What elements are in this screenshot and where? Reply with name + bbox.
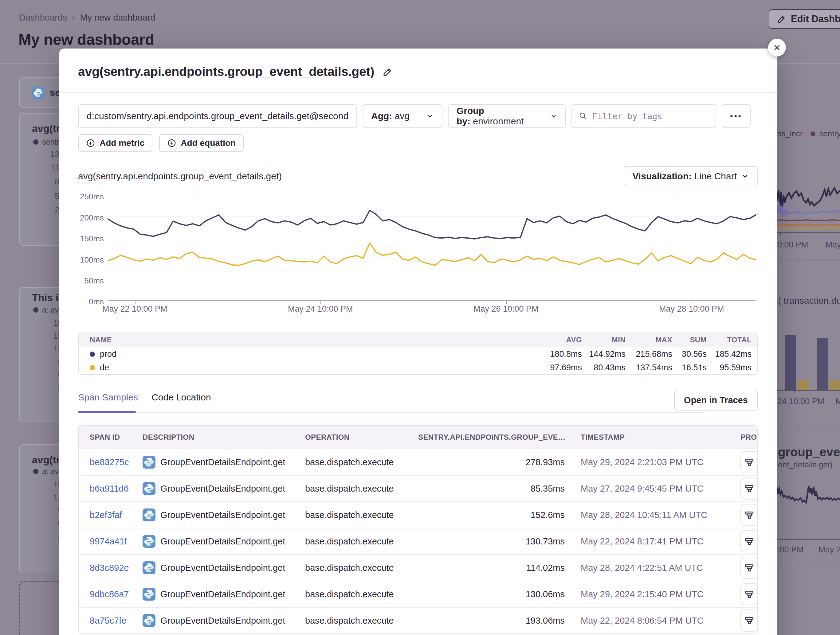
span-timestamp: May 29, 2024 2:15:40 PM UTC <box>581 589 741 599</box>
python-icon <box>142 482 155 495</box>
profiling-flamegraph-icon <box>744 483 755 494</box>
right-widget-legend: ss_incr sentry.t <box>777 129 840 139</box>
right-widget-xaxis-2: 24 10:00 PMMay <box>777 397 840 406</box>
samples-header-row: SPAN ID DESCRIPTION OPERATION SENTRY.API… <box>79 426 757 449</box>
span-operation: base.dispatch.execute <box>305 457 418 467</box>
profile-button[interactable] <box>741 610 758 632</box>
breadcrumb-dashboards[interactable]: Dashboards <box>19 13 67 23</box>
edit-title-icon[interactable] <box>382 66 393 77</box>
profiling-flamegraph-icon <box>744 563 755 573</box>
chevron-down-icon <box>741 172 749 180</box>
table-row: 9974a41f GroupEventDetailsEndpoint.get b… <box>79 528 757 554</box>
chevron-down-icon <box>426 112 434 120</box>
add-metric-button[interactable]: Add metric <box>78 134 152 152</box>
series-summary-table: NAME AVG MIN MAX SUM TOTAL prod 180.8ms … <box>78 332 758 375</box>
span-id-link[interactable]: b2ef3faf <box>90 510 142 520</box>
python-icon <box>142 456 155 469</box>
span-duration: 114.02ms <box>418 563 581 573</box>
span-id-link[interactable]: b6a911d6 <box>90 484 142 494</box>
filter-by-tags-input[interactable]: Filter by tags <box>572 104 716 128</box>
close-icon <box>773 44 781 52</box>
overflow-menu-button[interactable]: ••• <box>722 104 751 128</box>
profile-button[interactable] <box>741 477 758 499</box>
group-by-dropdown[interactable]: Group by: environment <box>448 104 566 128</box>
summary-row-de[interactable]: de 97.69ms 80.43ms 137.54ms 16.51s 95.59… <box>79 361 757 374</box>
span-description: GroupEventDetailsEndpoint.get <box>160 510 285 520</box>
summary-header-row: NAME AVG MIN MAX SUM TOTAL <box>79 333 757 347</box>
search-icon <box>579 112 587 120</box>
profile-button[interactable] <box>741 583 758 605</box>
series-dot <box>810 131 815 136</box>
profiling-flamegraph-icon <box>744 589 755 599</box>
metric-line-chart: 250ms 200ms 150ms 100ms 50ms 0ms May 22 … <box>78 195 758 318</box>
span-duration: 193.06ms <box>418 616 581 626</box>
metric-details-modal: avg(sentry.api.endpoints.group_event_det… <box>59 49 777 635</box>
open-in-traces-button[interactable]: Open in Traces <box>674 390 758 411</box>
plot-area[interactable]: May 22 10:00 PM May 24 10:00 PM May 26 1… <box>107 195 756 301</box>
profile-button[interactable] <box>741 530 758 552</box>
span-id-link[interactable]: 8a75c7fe <box>90 616 142 626</box>
multi-line-chart-fragment <box>777 184 840 235</box>
span-description: GroupEventDetailsEndpoint.get <box>160 589 285 599</box>
active-tab-underline <box>78 411 136 413</box>
right-widget-xaxis-1: 0:00 PMMay 26 <box>777 240 840 250</box>
span-description: GroupEventDetailsEndpoint.get <box>160 536 285 547</box>
metric-query-input[interactable]: d:custom/sentry.api.endpoints.group_even… <box>78 104 357 128</box>
plus-circle-icon <box>86 139 95 148</box>
right-widget-legend-3: ent_details.get) <box>778 460 833 470</box>
profile-button[interactable] <box>741 557 758 579</box>
profile-button[interactable] <box>741 504 758 526</box>
table-row: b6a911d6 GroupEventDetailsEndpoint.get b… <box>79 475 757 501</box>
breadcrumb-current: My new dashboard <box>80 13 155 23</box>
table-row: 8a75c7fe GroupEventDetailsEndpoint.get b… <box>79 607 757 633</box>
summary-row-prod[interactable]: prod 180.8ms 144.92ms 215.68ms 30.56s 18… <box>79 347 757 361</box>
modal-divider <box>59 93 777 93</box>
right-widget-label-2: ( transaction.duratio <box>778 295 840 306</box>
span-id-link[interactable]: 9974a41f <box>90 536 142 547</box>
span-samples-table: SPAN ID DESCRIPTION OPERATION SENTRY.API… <box>78 425 758 634</box>
add-equation-button[interactable]: Add equation <box>159 134 244 152</box>
table-row: 9dbc86a7 GroupEventDetailsEndpoint.get b… <box>79 581 757 607</box>
tab-span-samples[interactable]: Span Samples <box>78 392 138 410</box>
span-duration: 278.93ms <box>418 457 581 467</box>
series-dot <box>90 365 95 370</box>
span-description: GroupEventDetailsEndpoint.get <box>160 457 285 467</box>
visualization-dropdown[interactable]: Visualization: Line Chart <box>624 166 758 186</box>
agg-dropdown[interactable]: Agg: avg <box>363 104 442 128</box>
right-widget-xaxis-3: :00 PMMay 26 1 <box>777 545 840 555</box>
page-title: My new dashboard <box>19 31 154 49</box>
span-timestamp: May 22, 2024 8:17:41 PM UTC <box>581 536 741 547</box>
series-dot <box>33 139 38 145</box>
right-widgets-strip: ss_incr sentry.t 0:00 PMMay 26 ( transac… <box>777 0 840 635</box>
span-duration: 130.73ms <box>418 536 581 547</box>
breadcrumb-separator-icon: › <box>72 12 75 23</box>
table-row: be83275c GroupEventDetailsEndpoint.get b… <box>79 449 757 475</box>
python-icon <box>142 588 155 600</box>
span-timestamp: May 28, 2024 4:22:51 AM UTC <box>581 563 741 573</box>
tab-code-location[interactable]: Code Location <box>152 392 211 410</box>
span-id-link[interactable]: 9dbc86a7 <box>90 589 142 599</box>
span-operation: base.dispatch.execute <box>305 510 418 520</box>
series-dot <box>33 307 38 313</box>
breadcrumb: Dashboards › My new dashboard <box>19 12 155 23</box>
profiling-flamegraph-icon <box>744 510 755 520</box>
python-icon <box>142 509 155 522</box>
span-operation: base.dispatch.execute <box>305 616 418 626</box>
span-duration: 85.35ms <box>418 484 581 494</box>
span-duration: 130.06ms <box>418 589 581 599</box>
span-id-link[interactable]: 8d3c892e <box>90 563 142 573</box>
span-operation: base.dispatch.execute <box>305 589 418 599</box>
close-button[interactable] <box>768 39 786 57</box>
span-timestamp: May 29, 2024 2:21:03 PM UTC <box>581 457 741 467</box>
span-description: GroupEventDetailsEndpoint.get <box>160 616 285 626</box>
span-description: GroupEventDetailsEndpoint.get <box>160 563 285 573</box>
span-id-link[interactable]: be83275c <box>90 457 142 467</box>
python-icon <box>142 561 155 574</box>
span-operation: base.dispatch.execute <box>305 536 418 547</box>
y-axis-labels: 250ms 200ms 150ms 100ms 50ms 0ms <box>78 195 104 301</box>
chart-series-label: avg(sentry.api.endpoints.group_event_det… <box>78 171 282 181</box>
profile-button[interactable] <box>741 451 758 473</box>
python-icon <box>142 535 155 548</box>
table-row: 8d3c892e GroupEventDetailsEndpoint.get b… <box>79 554 757 581</box>
python-icon <box>32 87 44 99</box>
